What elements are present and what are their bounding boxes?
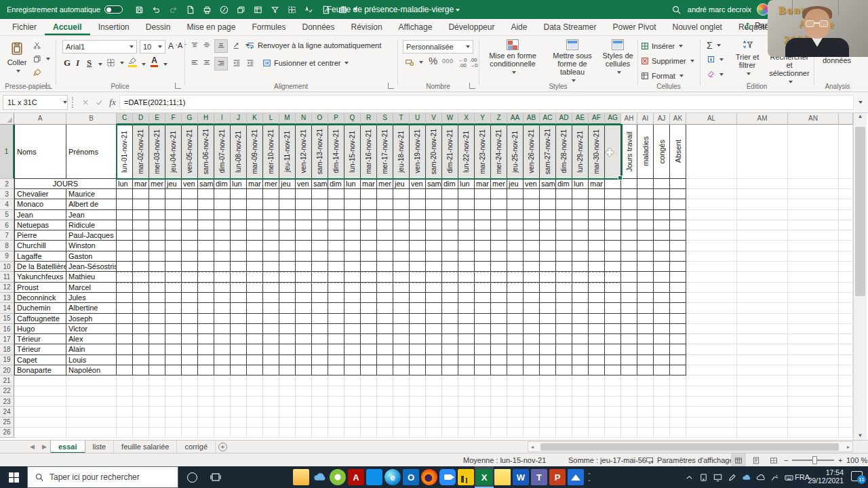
cell[interactable]: dim [556,179,572,189]
filter-icon[interactable] [269,4,280,15]
row-header-12[interactable]: 12 [0,283,14,293]
cell[interactable] [263,293,279,303]
cell[interactable] [475,375,491,386]
align-bottom-button[interactable] [214,39,228,53]
tray-cloud-icon[interactable] [755,472,766,483]
cell[interactable] [621,303,637,313]
cell[interactable] [507,220,524,230]
cell[interactable] [621,179,637,189]
decrease-decimal-button[interactable]: .00→0 [469,58,477,68]
cell[interactable] [621,407,637,417]
cell[interactable] [572,272,589,282]
column-header-I[interactable]: I [214,113,231,125]
cell[interactable] [572,283,589,293]
cell[interactable] [605,189,621,199]
cell[interactable] [247,324,263,334]
cell[interactable] [393,396,410,407]
cell[interactable] [556,324,572,334]
cell[interactable] [247,293,263,303]
cell[interactable] [589,199,605,209]
cell[interactable] [279,344,296,354]
cell[interactable]: mar-16-nov-21 [361,125,377,179]
cell[interactable] [393,241,410,251]
cell[interactable] [491,272,507,282]
cell[interactable] [165,407,182,417]
cell[interactable] [442,272,458,282]
cell[interactable] [214,324,231,334]
cell[interactable]: Pierre [14,230,66,241]
cell[interactable] [491,293,507,303]
cell[interactable] [589,386,605,396]
sheet-nav-right-icon[interactable]: ▶ [42,443,47,450]
cell[interactable] [621,375,637,386]
horizontal-scroll-thumb[interactable] [540,443,839,451]
cell[interactable] [839,428,853,438]
cell[interactable] [247,386,263,396]
cell[interactable]: ven-12-nov-21 [296,125,312,179]
cell[interactable] [686,230,737,241]
cell[interactable] [637,251,654,262]
cell[interactable] [231,210,247,220]
cell[interactable] [670,210,686,220]
cell[interactable] [605,355,621,365]
cell[interactable] [410,386,426,396]
cell[interactable] [507,418,524,428]
cell[interactable] [788,407,839,417]
cell[interactable]: lun [572,179,589,189]
cell[interactable]: Bonaparte [14,365,66,375]
taskbar-app-firefox[interactable] [420,466,439,488]
cell[interactable] [198,293,214,303]
cell[interactable] [117,344,133,354]
cell[interactable] [839,220,853,230]
cell[interactable] [670,428,686,438]
cell[interactable] [524,303,540,313]
cell[interactable]: lun-22-nov-21 [458,125,475,179]
cell[interactable] [556,396,572,407]
cell[interactable] [117,199,133,209]
cell[interactable] [231,272,247,282]
cell[interactable] [524,386,540,396]
cell[interactable] [182,303,198,313]
tab-power-pivot[interactable]: Power Pivot [605,19,665,35]
cell[interactable] [737,199,788,209]
cell[interactable] [344,230,361,241]
cell[interactable] [377,293,393,303]
cell[interactable] [377,365,393,375]
cell[interactable] [524,293,540,303]
cell[interactable] [737,365,788,375]
cell[interactable] [149,272,165,282]
cell[interactable] [475,428,491,438]
cell[interactable]: mer [491,179,507,189]
cell[interactable] [491,418,507,428]
cell[interactable] [637,355,654,365]
cell[interactable] [524,220,540,230]
increase-decimal-button[interactable]: ←0.00 [458,58,467,68]
cell[interactable] [737,251,788,262]
cell[interactable] [507,199,524,209]
cell[interactable] [214,365,231,375]
cell[interactable] [637,396,654,407]
cell[interactable] [328,199,344,209]
cell[interactable] [377,355,393,365]
cell[interactable] [458,189,475,199]
cell[interactable] [344,334,361,344]
column-header-D[interactable]: D [133,113,149,125]
cell[interactable] [670,324,686,334]
cell[interactable] [589,220,605,230]
cell[interactable] [556,334,572,344]
cell[interactable] [540,344,556,354]
row-header-11[interactable]: 11 [0,272,14,282]
cell[interactable] [344,189,361,199]
align-left-button[interactable] [190,58,199,68]
cell[interactable] [426,199,442,209]
cell[interactable] [524,365,540,375]
cell[interactable] [296,365,312,375]
cell[interactable] [117,324,133,334]
cell[interactable] [410,355,426,365]
cell[interactable] [296,293,312,303]
cell[interactable] [231,386,247,396]
cell[interactable] [637,293,654,303]
percent-button[interactable]: % [429,55,437,66]
cell[interactable] [637,210,654,220]
cell[interactable] [737,314,788,324]
